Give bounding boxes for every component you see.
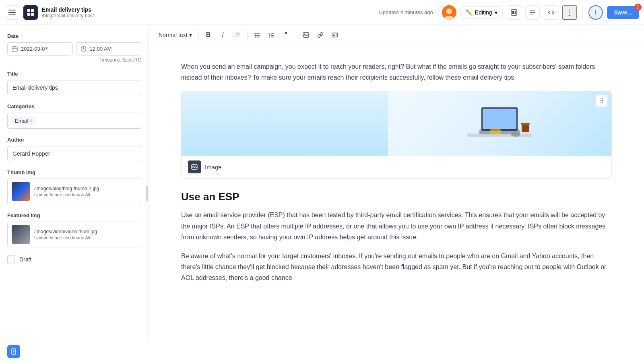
remove-tag-button[interactable]: ×	[30, 118, 33, 123]
quote-button[interactable]: "	[280, 29, 293, 41]
hamburger-button[interactable]	[5, 5, 19, 20]
svg-rect-11	[512, 11, 514, 14]
svg-rect-12	[515, 11, 516, 14]
featured-img-input[interactable]: /images/video/video-thum.jpg Update Imag…	[7, 222, 141, 247]
section1-heading: Use an ESP	[181, 191, 612, 203]
thumb-img-label: Thumb Img	[7, 169, 141, 175]
time-value: 12:00 AM	[90, 46, 112, 52]
email-tag: Email ×	[12, 117, 36, 125]
image-right	[388, 91, 611, 156]
thumb-img-info: /images/blog/blog-thumb-1.jpg Update Ima…	[34, 186, 99, 197]
pencil-icon: ✏️	[466, 9, 473, 16]
timezone-text: Timezone: Etc/UTC	[7, 57, 141, 63]
title-field-group: Title	[7, 71, 141, 95]
sidebar: Date 2022-03-07	[0, 25, 149, 362]
image-block[interactable]: ⠿ Image	[181, 91, 612, 179]
toolbar-divider-2	[247, 30, 248, 40]
date-label: Date	[7, 33, 141, 39]
clock-icon	[80, 46, 87, 52]
image-icon	[188, 160, 201, 173]
svg-rect-0	[8, 10, 16, 10]
featured-img-update: Update Image and Image Alt	[34, 235, 97, 240]
preview-button[interactable]	[507, 5, 521, 20]
svg-rect-16	[12, 47, 17, 51]
updated-text: Updated 4 minutes ago	[379, 9, 433, 15]
title-input[interactable]	[7, 80, 141, 95]
categories-label: Categories	[7, 103, 141, 109]
draft-checkbox[interactable]	[7, 255, 15, 263]
format-button[interactable]	[525, 5, 540, 20]
chevron-down-icon: ▾	[495, 9, 497, 16]
image-menu-button[interactable]: ⠿	[596, 95, 607, 107]
editor-toolbar: Normal text ▾ B I	[149, 25, 644, 45]
save-badge: 1	[634, 4, 642, 11]
svg-rect-5	[27, 13, 30, 16]
clear-format-button[interactable]	[231, 29, 244, 41]
thumb-img-update: Update Image and Image Alt	[34, 192, 99, 197]
intro-paragraph: When you send an email campaign, you exp…	[181, 61, 612, 83]
thumb-img-input[interactable]: /images/blog/blog-thumb-1.jpg Update Ima…	[7, 179, 141, 204]
date-input[interactable]: 2022-03-07	[7, 42, 73, 56]
info-button[interactable]: i	[588, 5, 603, 20]
svg-point-29	[254, 35, 256, 36]
laptop-illustration	[459, 99, 540, 148]
page-info: Email delivery tips /blog/email-delivery…	[42, 6, 94, 19]
svg-rect-6	[31, 13, 34, 16]
embed-button[interactable]	[328, 29, 341, 41]
doc-icon-button[interactable]	[7, 345, 20, 358]
svg-rect-41	[332, 33, 338, 37]
more-button[interactable]: ⋮	[562, 5, 577, 20]
toolbar-divider-1	[198, 30, 199, 40]
svg-point-8	[446, 8, 452, 14]
save-button[interactable]: Save... 1	[607, 6, 639, 19]
divider	[582, 6, 583, 19]
image-button[interactable]	[299, 29, 312, 41]
code-button[interactable]	[544, 5, 558, 20]
date-value: 2022-03-07	[21, 46, 48, 52]
image-left	[182, 91, 388, 156]
image-caption: Image	[182, 156, 611, 178]
bold-button[interactable]: B	[202, 29, 215, 41]
author-input[interactable]	[7, 146, 141, 161]
date-field-group: Date 2022-03-07	[7, 33, 141, 63]
svg-rect-2	[8, 14, 16, 15]
ordered-list-button[interactable]: 1. 2. 3.	[265, 29, 278, 41]
editing-button[interactable]: ✏️ Editing ▾	[460, 6, 503, 19]
italic-button[interactable]: I	[217, 29, 229, 41]
section1-p1: Use an email service provider (ESP) that…	[181, 210, 612, 243]
format-chevron-icon: ▾	[189, 32, 192, 38]
author-field-group: Author	[7, 137, 141, 161]
editor-content[interactable]: When you send an email campaign, you exp…	[149, 45, 644, 362]
image-caption-text: Image	[205, 164, 222, 171]
format-select[interactable]: Normal text ▾	[155, 30, 195, 40]
time-input[interactable]: 12:00 AM	[76, 42, 142, 56]
svg-point-31	[254, 36, 256, 37]
thumb-img-path: /images/blog/blog-thumb-1.jpg	[34, 186, 99, 191]
page-slug: /blog/email-delivery-tips/	[42, 13, 94, 19]
topnav: Email delivery tips /blog/email-delivery…	[0, 0, 644, 25]
featured-img-thumbnail	[12, 225, 30, 244]
format-label: Normal text	[159, 32, 188, 38]
resizer-handle	[146, 185, 148, 202]
featured-img-field-group: Featured Img /images/video/video-thum.jp…	[7, 212, 141, 247]
categories-input[interactable]: Email ×	[7, 113, 141, 129]
draft-label: Draft	[19, 256, 31, 263]
bullet-list-button[interactable]	[251, 29, 264, 41]
sidebar-footer	[0, 341, 149, 362]
svg-rect-51	[521, 123, 530, 125]
author-label: Author	[7, 137, 141, 143]
avatar	[442, 5, 456, 20]
draft-field-group: Draft	[7, 255, 141, 263]
svg-rect-3	[27, 9, 30, 12]
svg-rect-49	[483, 109, 516, 129]
date-row: 2022-03-07 12:00 AM	[7, 42, 141, 56]
title-label: Title	[7, 71, 141, 77]
link-button[interactable]	[314, 29, 327, 41]
page-title-nav: Email delivery tips	[42, 6, 94, 13]
svg-rect-4	[31, 9, 34, 12]
sidebar-resizer[interactable]	[145, 25, 149, 362]
svg-rect-1	[8, 12, 16, 13]
thumb-img-thumbnail	[12, 182, 30, 201]
app-icon	[23, 5, 38, 20]
featured-img-label: Featured Img	[7, 212, 141, 218]
